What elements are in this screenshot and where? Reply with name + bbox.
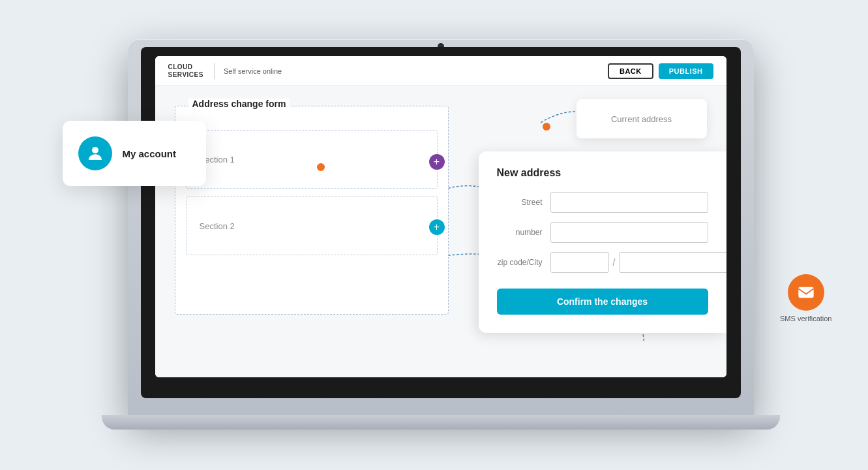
sms-icon bbox=[788, 274, 824, 311]
header-tagline: Self service online bbox=[224, 67, 608, 75]
screen-body: Address change form Section 1 + Section … bbox=[155, 86, 726, 377]
header-buttons: BACK PUBLISH bbox=[608, 63, 713, 79]
section-2-box: Section 2 + bbox=[186, 196, 438, 255]
zipcode-field-row: zip code/City / bbox=[497, 252, 708, 273]
user-icon bbox=[85, 144, 105, 163]
dot-orange-current bbox=[543, 123, 550, 131]
svg-point-1 bbox=[92, 147, 98, 153]
brand-line1: CLOUD bbox=[168, 63, 203, 71]
brand-line2: SERVICES bbox=[168, 71, 203, 79]
street-label: Street bbox=[497, 198, 543, 207]
confirm-changes-button[interactable]: Confirm the changes bbox=[497, 289, 708, 315]
number-input[interactable] bbox=[550, 222, 708, 243]
zipcode-label: zip code/City bbox=[497, 258, 543, 267]
current-address-label: Current address bbox=[611, 114, 672, 124]
slash-separator: / bbox=[613, 257, 616, 268]
number-field-row: number bbox=[497, 222, 708, 243]
publish-button[interactable]: PUBLISH bbox=[659, 63, 713, 79]
screen-bezel: CLOUD SERVICES Self service online BACK … bbox=[141, 47, 741, 398]
street-input[interactable] bbox=[550, 192, 708, 213]
current-address-card: Current address bbox=[576, 99, 707, 138]
section-1-box: Section 1 + bbox=[186, 130, 438, 189]
back-button[interactable]: BACK bbox=[608, 63, 653, 79]
zip-group: / bbox=[550, 252, 726, 273]
form-area: Address change form Section 1 + Section … bbox=[175, 106, 449, 315]
street-field-row: Street bbox=[497, 192, 708, 213]
header-divider bbox=[214, 63, 215, 79]
new-address-panel: New address Street number zip code/City bbox=[479, 151, 726, 333]
sms-label: SMS verification bbox=[780, 315, 831, 322]
sms-verification-badge: SMS verification bbox=[780, 274, 831, 322]
envelope-icon bbox=[797, 283, 815, 302]
my-account-card: My account bbox=[63, 121, 206, 186]
laptop-screen: CLOUD SERVICES Self service online BACK … bbox=[155, 56, 726, 377]
brand-logo: CLOUD SERVICES bbox=[168, 63, 203, 79]
section-1-add-button[interactable]: + bbox=[429, 154, 445, 170]
city-input[interactable] bbox=[619, 252, 726, 273]
account-name-label: My account bbox=[123, 148, 177, 159]
laptop-base bbox=[102, 415, 780, 430]
dot-orange-form bbox=[317, 163, 325, 171]
number-label: number bbox=[497, 228, 543, 237]
form-title: Address change form bbox=[188, 99, 290, 109]
zip-input[interactable] bbox=[550, 252, 609, 273]
section-2-label: Section 2 bbox=[200, 221, 235, 231]
account-avatar bbox=[78, 136, 112, 170]
svg-rect-2 bbox=[798, 287, 813, 298]
new-address-title: New address bbox=[497, 167, 708, 179]
screen-header: CLOUD SERVICES Self service online BACK … bbox=[155, 56, 726, 86]
section-2-add-button[interactable]: + bbox=[429, 219, 445, 235]
